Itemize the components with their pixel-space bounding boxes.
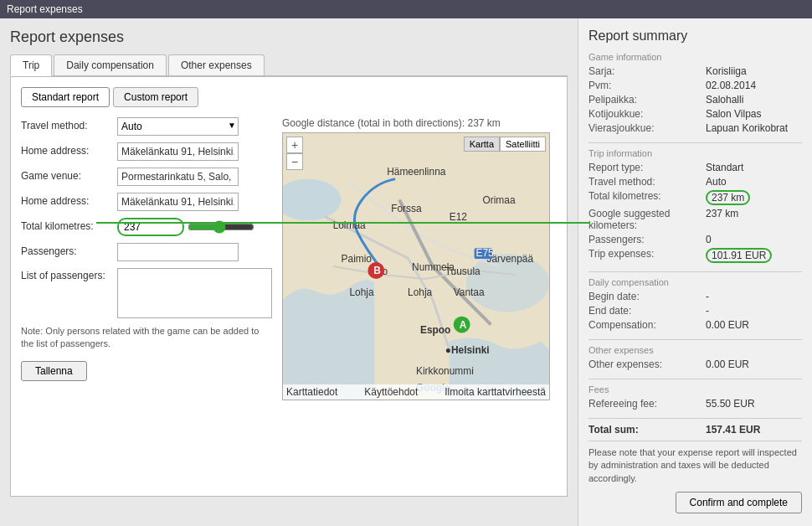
begin-date-value: - [706,291,709,302]
title-bar: Report expenses [0,0,812,18]
passengers-label: Passengers: [21,243,117,257]
svg-text:Kirkkonummi: Kirkkonummi [416,365,474,377]
svg-text:Järvenpää: Järvenpää [486,253,533,265]
daily-comp-title: Daily compensation [588,277,802,287]
game-venue-input[interactable] [117,168,239,186]
google-km-label: Google suggested kilometers: [588,208,706,231]
svg-text:Hämeenlinna: Hämeenlinna [387,166,446,178]
other-expenses-value: 0.00 EUR [706,358,749,370]
trip-expenses-value: 101.91 EUR [706,248,772,263]
compensation-label: Compensation: [588,319,706,331]
home-address2-label: Home address: [21,193,117,207]
svg-text:Loimaa: Loimaa [333,219,366,231]
summary-passengers-label: Passengers: [588,234,706,245]
other-expenses-label: Other expenses: [588,358,706,370]
google-km-value: 237 km [706,208,738,231]
list-passengers-textarea[interactable] [117,268,272,318]
svg-text:E12: E12 [450,211,468,223]
summary-total-km-label: Total kilometres: [588,190,706,205]
disclaimer-text: Please note that your expense report wil… [588,446,802,485]
game-venue-label: Game venue: [21,168,117,182]
summary-total-km-value: 237 km [706,190,750,205]
vierasjoukkue-label: Vierasjoukkue: [588,122,706,134]
save-button[interactable]: Tallenna [21,361,87,381]
passengers-input[interactable] [117,243,239,261]
total-km-input[interactable] [117,218,184,236]
tab-daily-compensation[interactable]: Daily compensation [54,54,167,75]
begin-date-label: Begin date: [588,291,706,302]
svg-text:Tuusula: Tuusula [445,266,481,277]
tab-other-expenses[interactable]: Other expenses [168,54,265,75]
total-label: Total sum: [588,424,706,436]
map-footer-karttatiedot[interactable]: Karttatiedot [286,386,337,398]
game-info-title: Game information [588,52,802,62]
end-date-label: End date: [588,305,706,317]
report-type-value: Standart [706,162,743,173]
svg-text:Vantaa: Vantaa [454,286,485,298]
svg-text:Paimio: Paimio [342,253,373,265]
summary-title: Report summary [588,28,802,44]
other-expenses-title: Other expenses [588,345,802,355]
home-address-input[interactable] [117,142,239,161]
km-slider[interactable] [188,220,254,234]
map-type-satellite[interactable]: Satelliitti [500,137,546,152]
svg-text:Espoo: Espoo [420,324,450,336]
total-km-label: Total kilometres: [21,218,117,232]
sub-tab-standard[interactable]: Standart report [21,87,110,107]
summary-travel-method-value: Auto [706,176,727,188]
tab-trip[interactable]: Trip [10,54,52,76]
sub-tab-custom[interactable]: Custom report [113,87,198,107]
map-footer-kayttoehdot[interactable]: Käyttöehdot [364,386,418,398]
map-type-map[interactable]: Kartta [464,137,500,152]
fees-title: Fees [588,384,802,394]
pvm-value: 02.08.2014 [706,80,756,91]
map-footer-ilmoita[interactable]: Ilmoita karttatvirheestä [445,386,546,398]
list-passengers-label: List of passengers: [21,268,117,281]
total-value: 157.41 EUR [706,424,760,436]
pelipaikka-value: Salohalli [706,94,743,106]
svg-text:A: A [460,319,467,331]
page-title: Report expenses [10,28,568,46]
confirm-complete-button[interactable]: Confirm and complete [676,492,802,513]
svg-text:E75: E75 [476,247,495,259]
refereeing-fee-label: Refereeing fee: [588,398,706,410]
kotijoukkue-label: Kotijoukkue: [588,108,706,120]
end-date-value: - [706,305,709,317]
trip-expenses-label: Trip expenses: [588,248,706,263]
map-zoom-out[interactable]: − [286,153,303,170]
home-address2-input[interactable] [117,193,239,211]
compensation-value: 0.00 EUR [706,319,749,331]
report-type-label: Report type: [588,162,706,173]
home-address-label: Home address: [21,142,117,157]
vierasjoukkue-value: Lapuan Korikobrat [706,122,788,134]
kotijoukkue-value: Salon Vilpas [706,108,762,120]
pvm-label: Pvm: [588,80,706,91]
svg-text:Lohja: Lohja [350,286,375,298]
map-container[interactable]: + − Kartta Satelliitti [282,132,550,400]
sarja-label: Sarja: [588,65,706,77]
summary-passengers-value: 0 [706,234,712,245]
svg-text:Orimaa: Orimaa [483,194,516,206]
refereeing-fee-value: 55.50 EUR [706,398,755,410]
pelipaikka-label: Pelipaikka: [588,94,706,106]
sarja-value: Korisliiga [706,65,747,77]
trip-info-title: Trip information [588,148,802,158]
summary-travel-method-label: Travel method: [588,176,706,188]
note-text: Note: Only persons related with the game… [21,325,272,351]
travel-method-select[interactable]: Auto Bus Train [117,117,239,136]
svg-text:●Helsinki: ●Helsinki [445,344,490,356]
title-bar-label: Report expenses [7,3,83,15]
svg-text:Forssa: Forssa [391,203,422,214]
travel-method-label: Travel method: [21,117,117,132]
svg-text:B: B [373,265,381,276]
map-zoom-in[interactable]: + [286,137,303,153]
svg-text:Lohja: Lohja [408,286,433,298]
map-distance-text: Google distance (total in both direction… [282,117,557,129]
